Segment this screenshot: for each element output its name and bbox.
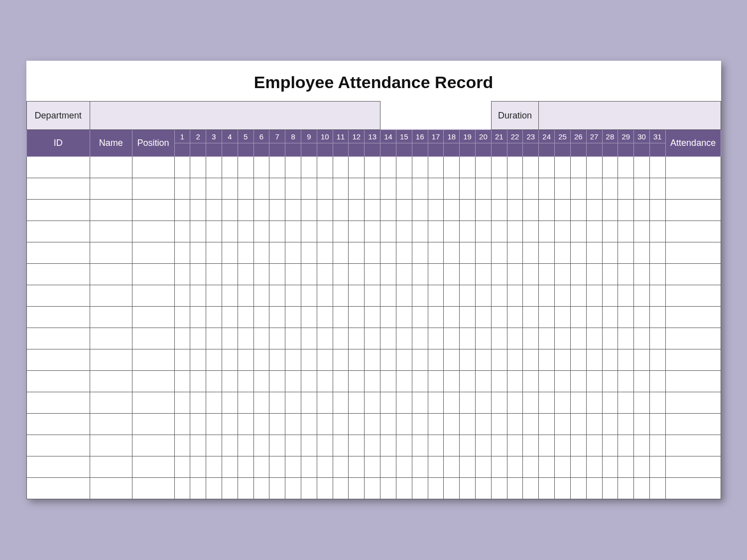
cell[interactable] — [222, 414, 238, 435]
cell[interactable] — [206, 478, 222, 499]
cell[interactable] — [380, 264, 396, 285]
cell[interactable] — [26, 264, 90, 285]
cell[interactable] — [412, 328, 428, 349]
cell[interactable] — [222, 307, 238, 328]
cell[interactable] — [365, 392, 380, 414]
cell[interactable] — [634, 157, 650, 178]
cell[interactable] — [602, 478, 618, 499]
cell[interactable] — [523, 221, 539, 242]
cell[interactable] — [396, 157, 412, 178]
cell[interactable] — [349, 285, 365, 307]
cell[interactable] — [222, 285, 238, 307]
cell[interactable] — [190, 414, 206, 435]
cell[interactable] — [380, 478, 396, 499]
cell[interactable] — [476, 349, 492, 371]
cell[interactable] — [132, 328, 174, 349]
cell[interactable] — [174, 200, 190, 221]
cell[interactable] — [586, 242, 602, 264]
cell[interactable] — [570, 178, 586, 200]
cell[interactable] — [317, 478, 333, 499]
cell[interactable] — [349, 307, 365, 328]
cell[interactable] — [301, 478, 317, 499]
cell[interactable] — [317, 178, 333, 200]
cell[interactable] — [285, 178, 301, 200]
cell[interactable] — [90, 414, 132, 435]
cell[interactable] — [301, 157, 317, 178]
cell[interactable] — [301, 285, 317, 307]
cell[interactable] — [253, 414, 269, 435]
cell[interactable] — [317, 435, 333, 456]
cell[interactable] — [26, 242, 90, 264]
cell[interactable] — [570, 371, 586, 392]
cell[interactable] — [570, 414, 586, 435]
cell[interactable] — [132, 264, 174, 285]
cell[interactable] — [618, 371, 634, 392]
cell[interactable] — [285, 414, 301, 435]
cell[interactable] — [507, 264, 523, 285]
cell[interactable] — [222, 200, 238, 221]
cell[interactable] — [523, 242, 539, 264]
cell[interactable] — [253, 349, 269, 371]
cell[interactable] — [428, 157, 444, 178]
cell[interactable] — [190, 435, 206, 456]
cell[interactable] — [365, 328, 380, 349]
cell[interactable] — [206, 392, 222, 414]
cell[interactable] — [491, 178, 507, 200]
cell[interactable] — [238, 435, 253, 456]
cell[interactable] — [132, 414, 174, 435]
cell[interactable] — [238, 157, 253, 178]
cell[interactable] — [26, 328, 90, 349]
cell[interactable] — [253, 200, 269, 221]
cell[interactable] — [444, 242, 460, 264]
cell[interactable] — [476, 328, 492, 349]
cell[interactable] — [333, 221, 349, 242]
cell[interactable] — [618, 414, 634, 435]
cell[interactable] — [444, 328, 460, 349]
cell[interactable] — [380, 178, 396, 200]
cell[interactable] — [285, 200, 301, 221]
cell[interactable] — [444, 264, 460, 285]
cell[interactable] — [349, 392, 365, 414]
cell[interactable] — [380, 414, 396, 435]
cell[interactable] — [238, 307, 253, 328]
cell[interactable] — [132, 242, 174, 264]
cell[interactable] — [665, 285, 721, 307]
cell[interactable] — [507, 349, 523, 371]
cell[interactable] — [523, 157, 539, 178]
cell[interactable] — [206, 349, 222, 371]
cell[interactable] — [602, 328, 618, 349]
cell[interactable] — [649, 392, 665, 414]
cell[interactable] — [460, 371, 476, 392]
cell[interactable] — [586, 414, 602, 435]
cell[interactable] — [412, 435, 428, 456]
cell[interactable] — [523, 178, 539, 200]
cell[interactable] — [618, 392, 634, 414]
cell[interactable] — [132, 307, 174, 328]
cell[interactable] — [365, 264, 380, 285]
cell[interactable] — [555, 478, 571, 499]
cell[interactable] — [269, 200, 285, 221]
cell[interactable] — [333, 414, 349, 435]
cell[interactable] — [349, 242, 365, 264]
cell[interactable] — [555, 157, 571, 178]
cell[interactable] — [380, 349, 396, 371]
cell[interactable] — [618, 264, 634, 285]
cell[interactable] — [665, 392, 721, 414]
cell[interactable] — [602, 456, 618, 478]
cell[interactable] — [380, 221, 396, 242]
cell[interactable] — [570, 307, 586, 328]
cell[interactable] — [444, 435, 460, 456]
cell[interactable] — [222, 392, 238, 414]
cell[interactable] — [634, 264, 650, 285]
cell[interactable] — [634, 392, 650, 414]
cell[interactable] — [586, 200, 602, 221]
cell[interactable] — [665, 200, 721, 221]
cell[interactable] — [132, 478, 174, 499]
cell[interactable] — [26, 307, 90, 328]
cell[interactable] — [618, 328, 634, 349]
cell[interactable] — [586, 157, 602, 178]
cell[interactable] — [174, 371, 190, 392]
cell[interactable] — [26, 435, 90, 456]
cell[interactable] — [570, 392, 586, 414]
cell[interactable] — [253, 242, 269, 264]
